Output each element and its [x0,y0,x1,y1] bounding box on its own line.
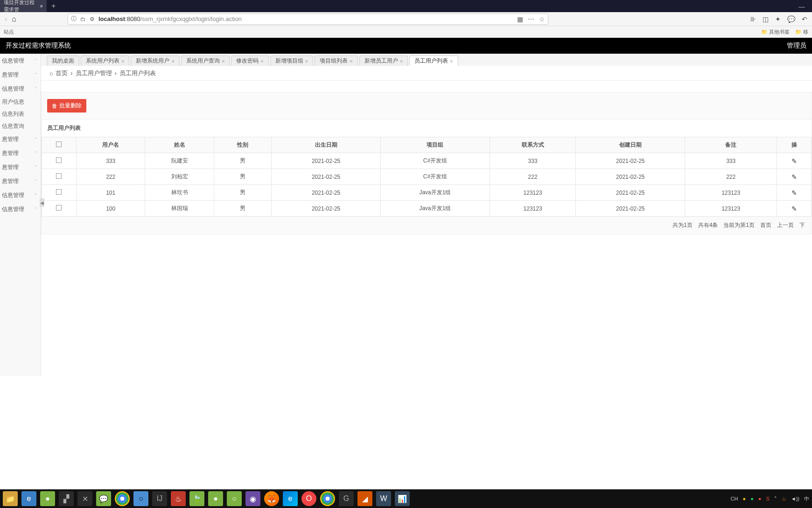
edit-icon[interactable]: ✎ [791,173,797,181]
content-tab[interactable]: 新增系统用户× [131,56,179,66]
sidebar-item[interactable]: 息管理˅ [0,132,41,146]
app-icon[interactable]: ♨ [171,491,186,506]
close-icon[interactable]: × [305,58,308,64]
app-icon[interactable]: 📊 [395,491,410,506]
sidebar-sub-item[interactable]: 信息列表 [0,108,41,120]
tray-icon[interactable]: S [766,496,769,501]
sidebar-sub-item[interactable]: 信息查询 [0,120,41,132]
new-tab-button[interactable]: + [47,2,60,10]
info-icon[interactable]: ⓘ [71,15,77,23]
checkbox[interactable] [56,205,62,211]
app-icon[interactable]: ○ [227,491,242,506]
ie-icon[interactable]: e [21,491,36,506]
app-icon[interactable]: ● [208,491,223,506]
extension-icon[interactable]: ✦ [775,15,781,23]
close-icon[interactable]: × [222,58,224,64]
content-tab[interactable]: 员工用户列表× [409,56,458,66]
app-icon[interactable]: ● [40,491,55,506]
word-icon[interactable]: W [376,491,391,506]
browser-tab[interactable]: 项目开发过程需求管 × [0,0,47,12]
content-tab[interactable]: 系统用户列表× [81,56,129,66]
tray-icon[interactable]: ● [750,496,754,501]
checkbox[interactable] [56,173,62,179]
chromium-icon[interactable]: ○ [133,491,148,506]
sidebar-item[interactable]: 信息管理˅ [0,202,41,216]
sidebar-item[interactable]: 信息管理˅ [0,54,41,68]
pager-first[interactable]: 首页 [760,221,771,229]
content-tab[interactable]: 系统用户查询× [181,56,230,66]
app-icon[interactable]: ◢ [357,491,372,506]
opera-icon[interactable]: O [301,491,316,506]
close-icon[interactable]: × [40,3,43,9]
tray-icon[interactable]: ♨ [782,496,786,502]
sidebar-item[interactable]: 信息管理˄ [0,82,41,96]
firefox-icon[interactable]: 🦊 [264,491,279,506]
file-explorer-icon[interactable]: 📁 [3,491,18,506]
edge-icon[interactable]: e [283,491,298,506]
move-bookmarks[interactable]: 📁 移 [795,28,808,35]
close-icon[interactable]: × [260,58,263,64]
breadcrumb-l1[interactable]: 员工用户管理 [76,69,112,78]
menu-icon[interactable]: ⋯ [528,15,534,23]
home-icon[interactable]: ⌂ [12,15,16,23]
edit-icon[interactable]: ✎ [791,189,797,197]
minimize-icon[interactable]: — [798,3,805,10]
checkbox[interactable] [56,189,62,195]
qr-icon[interactable]: ▦ [517,15,523,23]
checkbox-all[interactable] [56,141,62,147]
app-icon[interactable]: G [339,491,354,506]
sidebar-item[interactable]: 息管理˅ [0,146,41,160]
tray-icon[interactable]: ● [742,496,746,501]
edit-icon[interactable]: ✎ [791,205,797,212]
user-label[interactable]: 管理员 [787,42,806,50]
ime-lang[interactable]: 中 [804,495,809,502]
checkbox[interactable] [56,157,62,163]
close-icon[interactable]: × [121,58,124,64]
cell-username: 333 [76,153,145,169]
sidebar-item[interactable]: 息管理˅ [0,174,41,188]
sidebar-item[interactable]: 息管理˅ [0,68,41,82]
close-icon[interactable]: × [350,58,352,64]
breadcrumb-home[interactable]: 首页 [56,69,68,78]
app-icon[interactable]: 🍃 [189,491,204,506]
content-tab[interactable]: 我的桌面 [47,56,79,66]
app-icon[interactable]: ▞ [59,491,74,506]
address-bar[interactable]: ⓘ 🗀 ⚙ localhost:8080/ssm_rjxmkfgcxqglxt/… [68,14,548,25]
tray-icon[interactable]: ● [758,496,762,501]
bookmark-item[interactable]: 站点 [4,28,14,35]
chat-icon[interactable]: 💬 [787,15,795,23]
pager-current: 当前为第1页 [723,221,755,229]
wechat-icon[interactable]: 💬 [96,491,111,506]
edit-icon[interactable]: ✎ [791,157,797,165]
close-icon[interactable]: × [171,58,174,64]
back-icon[interactable]: ‹ [5,15,7,23]
other-bookmarks[interactable]: 📁 其他书签 [761,28,790,35]
content-tab[interactable]: 修改密码× [231,56,268,66]
intellij-icon[interactable]: IJ [152,491,167,506]
pager-next[interactable]: 下 [799,221,805,229]
batch-delete-button[interactable]: 🗑 批量删除 [47,99,86,113]
collapse-handle[interactable]: ◀ [40,198,44,207]
content-tab[interactable]: 项目组列表× [315,56,357,66]
chrome-icon[interactable] [115,491,130,506]
sidebar-item[interactable]: 信息管理˅ [0,188,41,202]
close-icon[interactable]: × [450,58,453,64]
star-icon[interactable]: ☆ [539,15,545,23]
sidebar-item[interactable]: 息管理˅ [0,160,41,174]
tray-chevron[interactable]: ˄ [774,496,777,502]
ime-indicator[interactable]: CH [731,496,738,501]
canary-icon[interactable] [320,491,335,506]
sidebar-sub-item[interactable]: 用户信息 [0,96,41,108]
volume-icon[interactable]: ◄)) [791,496,799,501]
cell-birth: 2021-02-25 [272,153,381,169]
home-icon[interactable]: ⌂ [49,70,53,77]
library-icon[interactable]: ⊪ [750,15,756,23]
content-tab[interactable]: 新增项目组× [270,56,313,66]
content-tab[interactable]: 新增员工用户× [359,56,408,66]
sidebar-icon[interactable]: ◫ [763,15,769,23]
app-icon[interactable]: ✕ [77,491,92,506]
eclipse-icon[interactable]: ◉ [245,491,260,506]
pager-prev[interactable]: 上一页 [777,221,794,229]
refresh-icon[interactable]: ↶ [802,15,807,23]
close-icon[interactable]: × [400,58,403,64]
